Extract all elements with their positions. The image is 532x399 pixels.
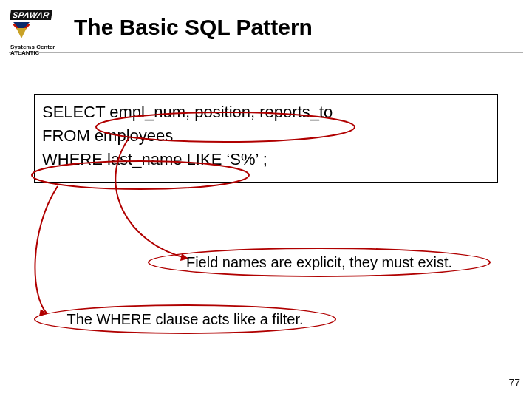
slide-title: The Basic SQL Pattern <box>74 15 532 40</box>
callout-where-clause-text: The WHERE clause acts like a filter. <box>66 311 303 328</box>
svg-marker-2 <box>16 28 27 38</box>
annotation-overlay <box>0 0 532 399</box>
sql-line-select: SELECT empl_num, position, reports_to <box>42 100 490 124</box>
logo-wordmark: SPAWAR <box>10 10 52 20</box>
callout-where-clause: The WHERE clause acts like a filter. <box>34 304 336 334</box>
logo-sub-line2: ATLANTIC <box>10 50 62 56</box>
logo-chevron-icon <box>10 22 62 43</box>
header-divider <box>9 52 523 53</box>
callout-field-names-text: Field names are explicit, they must exis… <box>186 254 452 271</box>
sql-code-box: SELECT empl_num, position, reports_to FR… <box>34 94 498 183</box>
logo-subtext: Systems Center ATLANTIC <box>10 44 62 57</box>
page-number: 77 <box>508 377 520 389</box>
sql-line-where: WHERE last_name LIKE ‘S%’ ; <box>42 148 490 171</box>
slide-header: SPAWAR Systems Center ATLANTIC The Basic… <box>0 0 532 47</box>
callout-field-names: Field names are explicit, they must exis… <box>148 248 491 277</box>
sql-line-from: FROM employees <box>42 124 490 148</box>
spawar-logo: SPAWAR Systems Center ATLANTIC <box>10 7 62 57</box>
